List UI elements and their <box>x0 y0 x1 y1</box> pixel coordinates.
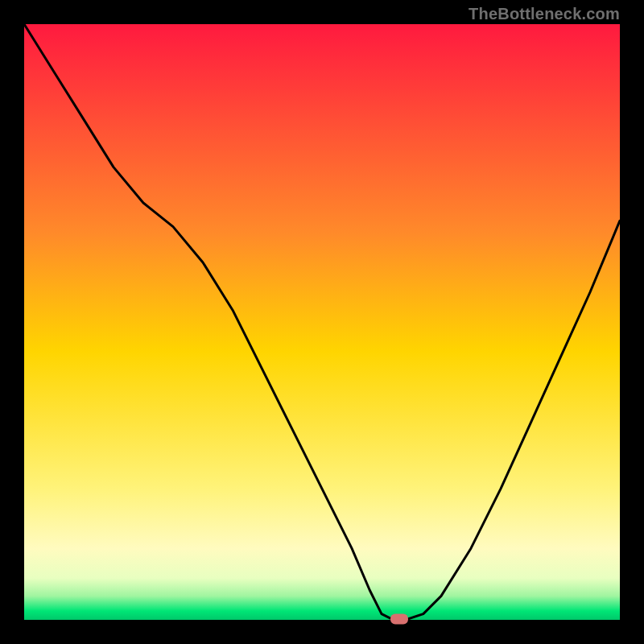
gradient-background <box>24 24 620 620</box>
svg-rect-0 <box>24 24 620 620</box>
watermark-text: TheBottleneck.com <box>469 5 620 23</box>
plot-area <box>24 24 620 620</box>
chart-frame: TheBottleneck.com <box>0 0 644 644</box>
current-position-marker <box>390 613 408 624</box>
